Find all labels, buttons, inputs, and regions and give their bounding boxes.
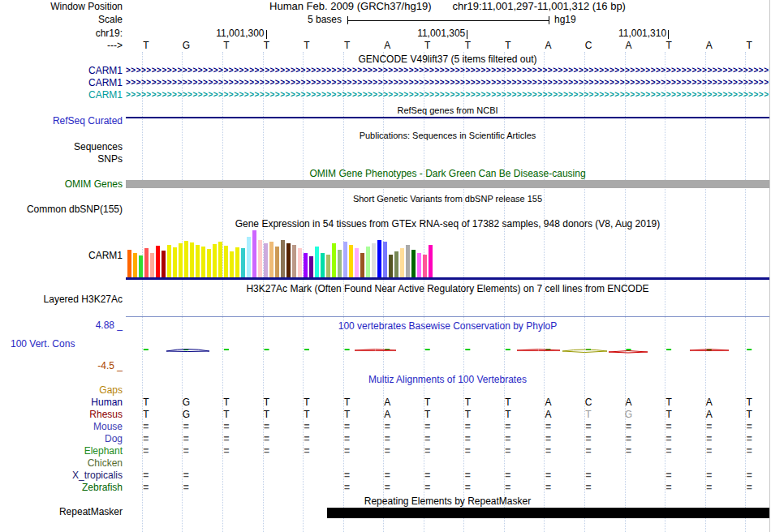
- gtex-bar[interactable]: [190, 242, 194, 277]
- track-title-refseq[interactable]: RefSeq genes from NCBI: [126, 105, 769, 116]
- track-label-species-mouse[interactable]: Mouse: [0, 422, 123, 432]
- gtex-bar[interactable]: [343, 242, 347, 277]
- track-title-dbsnp[interactable]: Short Genetic Variants from dbSNP releas…: [126, 194, 769, 204]
- gtex-bar[interactable]: [355, 248, 359, 277]
- gtex-bar[interactable]: [383, 242, 387, 277]
- track-label-species-x-tropicalis[interactable]: X_tropicalis: [0, 470, 123, 481]
- track-title-gtex[interactable]: Gene Expression in 54 tissues from GTEx …: [126, 219, 769, 230]
- gtex-bar[interactable]: [406, 245, 410, 277]
- track-label-refseq-curated[interactable]: RefSeq Curated: [0, 116, 123, 127]
- assembly-title: Human Feb. 2009 (GRCh37/hg19): [269, 1, 431, 12]
- gtex-bar[interactable]: [315, 247, 319, 277]
- track-title-gencode[interactable]: GENCODE V49lift37 (5 items filtered out): [126, 54, 769, 65]
- repeatmasker-item[interactable]: [327, 508, 769, 518]
- track-label-species-chicken[interactable]: Chicken: [0, 458, 123, 469]
- gtex-bar[interactable]: [264, 243, 268, 277]
- gtex-bar[interactable]: [304, 253, 308, 277]
- track-label-snps[interactable]: SNPs: [0, 154, 123, 165]
- gtex-bar[interactable]: [179, 243, 183, 277]
- track-label-species-elephant[interactable]: Elephant: [0, 446, 123, 457]
- gtex-bar[interactable]: [218, 242, 222, 277]
- track-label-species-dog[interactable]: Dog: [0, 434, 123, 444]
- track-label-gencode-carm1-3[interactable]: CARM1: [0, 90, 123, 101]
- omim-genes-item[interactable]: [126, 180, 769, 188]
- track-label-common-dbsnp[interactable]: Common dbSNP(155): [0, 204, 123, 215]
- track-title-h3k27ac[interactable]: H3K27Ac Mark (Often Found Near Active Re…: [126, 284, 769, 294]
- multiz-dog-mark: =: [730, 434, 769, 444]
- gtex-bar[interactable]: [400, 248, 404, 277]
- gtex-bar[interactable]: [411, 250, 416, 277]
- track-label-gaps[interactable]: Gaps: [0, 385, 123, 396]
- track-label-scale[interactable]: Scale: [0, 15, 123, 25]
- gtex-bar[interactable]: [167, 245, 171, 277]
- gtex-bar[interactable]: [309, 256, 313, 277]
- track-label-gencode-carm1-1[interactable]: CARM1: [0, 66, 123, 76]
- track-label-sequences[interactable]: Sequences: [0, 142, 123, 152]
- ruler-base: T: [730, 41, 769, 51]
- gtex-bar[interactable]: [372, 243, 376, 277]
- gtex-bar[interactable]: [394, 251, 398, 277]
- gtex-bar[interactable]: [349, 245, 353, 277]
- gtex-bar[interactable]: [332, 243, 336, 277]
- track-label-phylop-max[interactable]: 4.88 _: [0, 320, 123, 331]
- gtex-bar[interactable]: [144, 248, 149, 277]
- gtex-bar[interactable]: [281, 240, 285, 277]
- gtex-bar[interactable]: [224, 246, 228, 277]
- gencode-transcript[interactable]: >>>>>>>>>>>>>>>>>>>>>>>>>>>>>>>>>>>>>>>>…: [126, 78, 769, 88]
- gtex-bar[interactable]: [321, 253, 325, 277]
- gtex-bar[interactable]: [377, 240, 381, 277]
- gencode-transcript[interactable]: >>>>>>>>>>>>>>>>>>>>>>>>>>>>>>>>>>>>>>>>…: [126, 90, 769, 100]
- gtex-bar[interactable]: [235, 247, 239, 277]
- gencode-transcript[interactable]: >>>>>>>>>>>>>>>>>>>>>>>>>>>>>>>>>>>>>>>>…: [126, 66, 769, 75]
- track-label-vert-cons[interactable]: 100 Vert. Cons: [0, 339, 123, 350]
- gtex-bar[interactable]: [269, 242, 274, 277]
- gtex-bar[interactable]: [173, 247, 177, 277]
- gtex-bar[interactable]: [133, 253, 137, 277]
- gtex-bar[interactable]: [326, 255, 330, 277]
- gtex-bar[interactable]: [247, 237, 251, 277]
- gtex-bar[interactable]: [417, 253, 421, 277]
- gtex-bar[interactable]: [162, 251, 166, 277]
- track-title-omim[interactable]: OMIM Gene Phenotypes - Dark Green Can Be…: [126, 169, 769, 179]
- gtex-bar[interactable]: [423, 255, 427, 277]
- track-label-gtex-carm1[interactable]: CARM1: [0, 251, 123, 261]
- gtex-bar[interactable]: [366, 247, 370, 277]
- gtex-bar[interactable]: [252, 230, 256, 277]
- track-label-chrom[interactable]: chr19:: [0, 28, 123, 39]
- track-title-publications[interactable]: Publications: Sequences in Scientific Ar…: [126, 131, 769, 141]
- track-title-repeatmasker[interactable]: Repeating Elements by RepeatMasker: [126, 496, 769, 507]
- track-label-repeatmasker[interactable]: RepeatMasker: [0, 507, 123, 517]
- gtex-bar[interactable]: [213, 244, 217, 277]
- track-label-gencode-carm1-2[interactable]: CARM1: [0, 78, 123, 88]
- refseq-curated-item[interactable]: [126, 117, 769, 118]
- gtex-bar[interactable]: [338, 250, 342, 277]
- gtex-bar[interactable]: [156, 246, 160, 277]
- gtex-bar[interactable]: [207, 249, 211, 277]
- multiz-x-tropicalis-mark: =: [166, 470, 205, 481]
- multiz-x-tropicalis-mark: =: [569, 470, 608, 481]
- gtex-bar[interactable]: [127, 250, 131, 277]
- gtex-bar[interactable]: [196, 245, 200, 277]
- gtex-bar[interactable]: [292, 245, 296, 277]
- gtex-bar[interactable]: [230, 251, 234, 277]
- gtex-bar[interactable]: [429, 245, 433, 277]
- gtex-bar[interactable]: [360, 253, 364, 277]
- track-label-layered-h3k27ac[interactable]: Layered H3K27Ac: [0, 294, 123, 305]
- track-label-species-rhesus[interactable]: Rhesus: [0, 410, 123, 420]
- track-label-strand[interactable]: --->: [0, 41, 123, 51]
- gtex-bar[interactable]: [201, 247, 205, 277]
- track-label-species-zebrafish[interactable]: Zebrafish: [0, 483, 123, 493]
- gtex-bar[interactable]: [389, 255, 393, 277]
- gtex-bar[interactable]: [150, 253, 154, 277]
- gtex-bar[interactable]: [184, 241, 188, 277]
- gtex-bar[interactable]: [258, 240, 262, 277]
- track-label-omim-genes[interactable]: OMIM Genes: [0, 179, 123, 190]
- gtex-bar[interactable]: [275, 247, 279, 277]
- track-label-species-human[interactable]: Human: [0, 397, 123, 408]
- gtex-bar[interactable]: [139, 255, 143, 277]
- track-label-phylop-min[interactable]: -4.5 _: [0, 361, 123, 371]
- gtex-bar[interactable]: [241, 248, 245, 277]
- track-label-window-position[interactable]: Window Position: [0, 2, 123, 12]
- gtex-bar[interactable]: [286, 243, 291, 277]
- gtex-bar[interactable]: [298, 248, 302, 277]
